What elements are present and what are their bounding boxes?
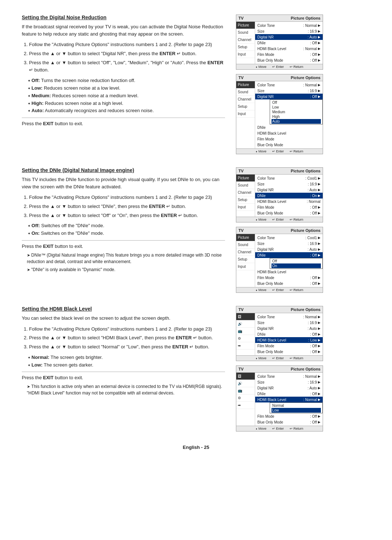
sidebar-item-sound[interactable]: Sound xyxy=(236,89,255,96)
section-intro: You can select the black level on the sc… xyxy=(22,315,225,322)
sidebar-item-channel[interactable]: 📺 xyxy=(236,387,255,394)
tv-row: Digital NR: Auto ▶ xyxy=(255,385,323,391)
step-2: Press the ▲ or ▼ button to select "Digit… xyxy=(29,50,225,58)
tv-panel-dnie-panel-1: TVPicture OptionsPictureSoundChannelSetu… xyxy=(236,167,323,222)
sidebar-item-setup[interactable]: ⚙ xyxy=(236,335,255,342)
sidebar-item-sound[interactable]: Sound xyxy=(236,241,255,249)
section-title: Setting the DNIe (Digital Natural Image … xyxy=(22,167,225,173)
left-column: Setting the DNIe (Digital Natural Image … xyxy=(22,167,225,293)
tv-row: DNIe: Off ▶ xyxy=(255,331,323,337)
tv-content: Color Tone: Cool1 ▶Size: 16:9 ▶Digital N… xyxy=(255,234,323,287)
tv-dropdown[interactable]: NormalLow xyxy=(270,402,323,413)
tv-row: HDMI Black Level: Low ▶ xyxy=(255,337,323,343)
tv-dropdown[interactable]: OffLowMediumHighAuto xyxy=(270,99,323,124)
bullet-1: Normal: The screen gets brighter. xyxy=(28,354,225,361)
tv-row: Blue Only Mode: Off ▶ xyxy=(255,210,323,216)
sidebar-item-channel[interactable]: Channel xyxy=(236,96,255,103)
sidebar-item-sound[interactable]: 🔊 xyxy=(236,320,255,328)
sidebar-item-channel[interactable]: Channel xyxy=(236,36,255,44)
dropdown-item-normal[interactable]: Normal xyxy=(271,403,321,408)
footer-move: ⬧ Move xyxy=(256,65,266,69)
tv-content: Color Tone: Normal ▶Size: 16:9 ▶Digital … xyxy=(255,22,323,64)
tv-row: Film Mode: Off ▶ xyxy=(255,343,323,349)
tv-panel-footer: ⬧ Move↵ Enter↩ Return xyxy=(236,64,323,69)
sidebar-item-setup[interactable]: Setup xyxy=(236,44,255,51)
sidebar-item-setup[interactable]: Setup xyxy=(236,196,255,204)
left-column: Setting the HDMI Black LevelYou can sele… xyxy=(22,306,225,431)
dropdown-item-off[interactable]: Off xyxy=(271,100,321,105)
tv-panel-footer: ⬧ Move↵ Enter↩ Return xyxy=(236,287,323,292)
bullet-5: Auto: Automatically recognizes and reduc… xyxy=(28,107,225,115)
tv-row: Film Mode: Off ▶ xyxy=(255,52,323,57)
bullet-2: Low: The screen gets darker. xyxy=(28,361,225,369)
tv-row: Color Tone: Normal ▶ xyxy=(255,22,323,28)
sidebar-item-channel[interactable]: Channel xyxy=(236,249,255,256)
left-column: Setting the Digital Noise ReductionIf th… xyxy=(22,15,225,154)
sidebar-item-picture[interactable]: 🖼 xyxy=(236,313,255,320)
footer-return: ↩ Return xyxy=(290,218,303,221)
tv-row: DNIe: Off ▶ xyxy=(255,40,323,46)
sidebar-item-channel[interactable]: 📺 xyxy=(236,328,255,335)
tv-row: Color Tone: Normal ▶ xyxy=(255,314,323,320)
tv-panel-dnr-panel-1: TVPicture OptionsPictureSoundChannelSetu… xyxy=(236,15,323,70)
tv-panel-hdmi-panel-1: TVPicture Options🖼🔊📺⚙➡Color Tone: Normal… xyxy=(236,306,323,361)
sidebar-item-picture[interactable]: Picture xyxy=(236,81,255,89)
page-number: English - 25 xyxy=(183,445,209,450)
sidebar-item-input[interactable]: Input xyxy=(236,51,255,58)
bullet-2: Low: Reduces screen noise at a low level… xyxy=(28,85,225,92)
sidebar-item-input[interactable]: Input xyxy=(236,110,255,118)
footer-return: ↩ Return xyxy=(290,150,303,153)
sidebar-item-setup[interactable]: Setup xyxy=(236,103,255,110)
tv-row: Digital NR: Auto ▶ xyxy=(255,326,323,331)
bullets-list: Normal: The screen gets brighter.Low: Th… xyxy=(28,354,225,369)
footer-return: ↩ Return xyxy=(290,65,303,69)
tv-panel-footer: ⬧ Move↵ Enter↩ Return xyxy=(236,426,323,431)
sidebar-item-input[interactable]: Input xyxy=(236,204,255,211)
sidebar-item-setup[interactable]: Setup xyxy=(236,256,255,263)
tv-row-highlighted: DNIe: Off ▶ xyxy=(255,252,323,258)
bullet-2: On: Switches on the "DNIe" mode. xyxy=(28,230,225,237)
sidebar-item-sound[interactable]: Sound xyxy=(236,182,255,189)
sidebar-item-setup[interactable]: ⚙ xyxy=(236,394,255,402)
footer-move: ⬧ Move xyxy=(256,356,266,360)
footer-enter: ↵ Enter xyxy=(272,427,284,430)
tv-content: Color Tone: Cool1 ▶Size: 16:9 ▶Digital N… xyxy=(255,175,323,217)
step-3: Press the ▲ or ▼ button to select "Norma… xyxy=(29,343,225,351)
tv-menu-body: PictureSoundChannelSetupInputColor Tone:… xyxy=(236,234,323,287)
bullet-4: High: Reduces screen noise at a high lev… xyxy=(28,100,225,107)
sidebar-item-input[interactable]: ➡ xyxy=(236,402,255,409)
sidebar-item-input[interactable]: Input xyxy=(236,263,255,270)
sidebar-item-input[interactable]: ➡ xyxy=(236,342,255,349)
dropdown-item-medium[interactable]: Medium xyxy=(271,110,321,114)
sidebar-item-sound[interactable]: Sound xyxy=(236,29,255,36)
footer-move: ⬧ Move xyxy=(256,150,266,153)
tv-row: Film Mode: Off ▶ xyxy=(255,204,323,210)
dropdown-item-high[interactable]: High xyxy=(271,114,321,119)
sidebar-item-picture[interactable]: 🖼 xyxy=(236,373,255,380)
tv-row: Size: 16:9 ▶ xyxy=(255,181,323,187)
tv-row: HDMI Black Level: Normal ▶ xyxy=(255,46,323,52)
tv-row: Blue Only Mode: Off ▶ xyxy=(255,281,323,286)
tv-dropdown[interactable]: OffOn xyxy=(270,258,323,269)
tv-panel-po-title: Picture Options xyxy=(291,307,320,312)
tv-row: DNIe xyxy=(255,124,323,130)
tv-sidebar: PictureSoundChannelSetupInput xyxy=(236,22,255,64)
sidebar-item-sound[interactable]: 🔊 xyxy=(236,380,255,387)
dropdown-item-off[interactable]: Off xyxy=(271,259,321,263)
step-1: Follow the "Activating Picture Options" … xyxy=(29,41,225,49)
sidebar-item-picture[interactable]: Picture xyxy=(236,234,255,241)
tv-menu-body: PictureSoundChannelSetupInputColor Tone:… xyxy=(236,22,323,64)
tv-menu-body: 🖼🔊📺⚙➡Color Tone: Normal ▶Size: 16:9 ▶Dig… xyxy=(236,313,323,355)
dropdown-item-auto[interactable]: Auto xyxy=(271,119,321,124)
right-column: TVPicture OptionsPictureSoundChannelSetu… xyxy=(236,15,345,154)
dropdown-item-on[interactable]: On xyxy=(271,263,321,268)
tv-panel-header: TVPicture Options xyxy=(236,227,323,234)
sidebar-item-picture[interactable]: Picture xyxy=(236,22,255,29)
steps-list: Follow the "Activating Picture Options" … xyxy=(29,326,225,351)
tv-menu-body: 🖼🔊📺⚙➡Color Tone: Normal ▶Size: 16:9 ▶Dig… xyxy=(236,373,323,426)
sidebar-item-channel[interactable]: Channel xyxy=(236,189,255,196)
dropdown-item-low[interactable]: Low xyxy=(271,105,321,110)
dropdown-item-low[interactable]: Low xyxy=(271,408,321,413)
sidebar-item-picture[interactable]: Picture xyxy=(236,175,255,182)
tv-row: Size: 16:9 ▶ xyxy=(255,320,323,326)
